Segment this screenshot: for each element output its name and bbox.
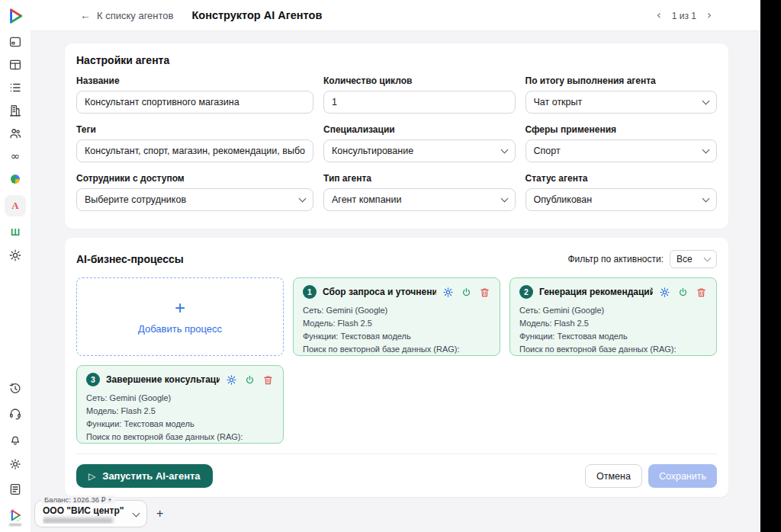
- process-grid: + Добавить процесс 1 Сбор запроса и уточ…: [76, 277, 717, 444]
- logo-badge-icon[interactable]: [8, 508, 23, 526]
- field-agent-status: Статус агента Опубликован: [525, 173, 717, 211]
- field-on-finish: По итогу выполнения агента Чат открыт: [525, 75, 717, 114]
- agent-type-select[interactable]: Агент компании: [323, 188, 515, 211]
- name-input[interactable]: Консультант спортивного магазина: [76, 91, 313, 114]
- tags-input[interactable]: Консультант, спорт, магазин, рекомендаци…: [76, 139, 313, 162]
- save-button[interactable]: Сохранить: [648, 464, 717, 488]
- gear-icon[interactable]: [659, 287, 670, 298]
- field-tags: Теги Консультант, спорт, магазин, рекоме…: [76, 124, 313, 162]
- chevron-down-icon: [702, 146, 710, 153]
- company-select[interactable]: Баланс: 1026.36 ₽ + ООО "ВИС центр": [34, 500, 147, 527]
- field-agent-type: Тип агента Агент компании: [323, 173, 515, 211]
- gear-icon[interactable]: [226, 374, 237, 386]
- agent-settings-panel: Настройки агента Название Консультант сп…: [65, 43, 728, 229]
- ai-agents-icon[interactable]: A: [5, 195, 26, 216]
- company-name: ООО "ВИС центр": [43, 505, 127, 516]
- school-icon[interactable]: Ш: [8, 226, 22, 239]
- content-area: Настройки агента Название Консультант сп…: [31, 31, 760, 532]
- chevron-down-icon: [702, 194, 710, 202]
- power-icon[interactable]: [461, 287, 472, 298]
- back-arrow-icon: ←: [80, 9, 91, 21]
- chevron-down-icon: [299, 194, 307, 202]
- back-label: К списку агентов: [97, 10, 173, 21]
- chevron-down-icon: [500, 194, 508, 202]
- balance-widget: Баланс: 1026.36 ₽ + ООО "ВИС центр" +: [34, 500, 163, 527]
- chevron-down-icon: [704, 255, 712, 262]
- power-icon[interactable]: [244, 374, 256, 386]
- on-finish-select[interactable]: Чат открыт: [525, 91, 717, 114]
- prev-page-icon[interactable]: ‹: [657, 10, 661, 21]
- app-logo-icon[interactable]: [5, 6, 25, 26]
- right-black-strip: [760, 0, 781, 532]
- plus-icon: +: [175, 299, 185, 317]
- page-indicator: 1 из 1: [672, 11, 696, 21]
- settings-form: Название Консультант спортивного магазин…: [76, 75, 717, 211]
- spheres-select[interactable]: Спорт: [525, 139, 717, 162]
- filter-label: Фильтр по активности:: [567, 254, 664, 264]
- agent-status-select[interactable]: Опубликован: [525, 188, 717, 211]
- news-document-icon[interactable]: [8, 482, 22, 496]
- process-card-3[interactable]: 3 Завершение консультации Сеть: Gemini (…: [76, 365, 284, 444]
- add-company-button[interactable]: +: [156, 508, 163, 520]
- process-card-1[interactable]: 1 Сбор запроса и уточнение Сеть: Gemini …: [293, 277, 500, 356]
- processes-title: AI-бизнес-процессы: [76, 253, 184, 265]
- team-users-icon[interactable]: [8, 127, 22, 140]
- trash-icon[interactable]: [696, 287, 707, 298]
- history-clock-icon[interactable]: [8, 382, 22, 396]
- task-list-icon[interactable]: [8, 81, 22, 95]
- balance-label: Баланс: 1026.36 ₽ +: [41, 495, 115, 504]
- analytics-pie-icon[interactable]: [8, 172, 22, 186]
- run-agent-button[interactable]: ▷ Запустить AI-агента: [76, 464, 213, 488]
- power-icon[interactable]: [677, 287, 689, 298]
- field-employees: Сотрудники с доступом Выберите сотрудник…: [76, 173, 313, 211]
- step-number-badge: 1: [303, 285, 317, 299]
- chevron-down-icon: [702, 97, 710, 104]
- kanban-board-icon[interactable]: [8, 58, 22, 72]
- ai-processes-panel: AI-бизнес-процессы Фильтр по активности:…: [65, 238, 728, 497]
- footer-divider: [76, 453, 717, 454]
- step-number-badge: 3: [86, 373, 100, 386]
- add-process-button[interactable]: + Добавить процесс: [76, 277, 284, 356]
- play-icon: ▷: [88, 472, 95, 481]
- sidebar: ∞ A Ш: [0, 0, 31, 532]
- cycles-input[interactable]: 1: [323, 91, 515, 114]
- page-title: Конструктор AI Агентов: [191, 9, 322, 21]
- theme-brightness-icon[interactable]: [8, 457, 22, 471]
- field-specializations: Специализации Консультирование: [323, 124, 515, 162]
- next-page-icon[interactable]: ›: [707, 10, 712, 21]
- step-number-badge: 2: [519, 285, 533, 299]
- field-spheres: Сферы применения Спорт: [525, 124, 717, 162]
- activity-filter: Фильтр по активности: Все: [567, 250, 717, 268]
- process-card-2[interactable]: 2 Генерация рекомендаций Сеть: Gemini (G…: [509, 277, 717, 356]
- company-building-icon[interactable]: [8, 104, 22, 117]
- field-name: Название Консультант спортивного магазин…: [76, 75, 313, 114]
- gear-icon[interactable]: [442, 287, 454, 298]
- top-header: ← К списку агентов Конструктор AI Агенто…: [31, 0, 760, 31]
- settings-title: Настройки агента: [76, 54, 717, 66]
- settings-gear-icon[interactable]: [8, 248, 22, 262]
- employees-select[interactable]: Выберите сотрудников: [76, 188, 313, 211]
- integrations-infinity-icon[interactable]: ∞: [8, 149, 22, 163]
- chevron-down-icon: [500, 146, 508, 153]
- field-cycles: Количество циклов 1: [323, 75, 515, 114]
- specializations-select[interactable]: Консультирование: [323, 139, 515, 162]
- cancel-button[interactable]: Отмена: [585, 464, 642, 488]
- pagination: ‹ 1 из 1 ›: [657, 0, 712, 31]
- notifications-bell-icon[interactable]: [8, 432, 22, 446]
- trash-icon[interactable]: [262, 374, 274, 386]
- trash-icon[interactable]: [479, 287, 490, 298]
- chat-square-icon[interactable]: [8, 35, 22, 49]
- chevron-down-icon: [133, 510, 140, 518]
- back-to-agents-link[interactable]: ← К списку агентов: [80, 9, 173, 21]
- activity-filter-select[interactable]: Все: [670, 250, 717, 268]
- blurred-subtext: [43, 518, 113, 524]
- support-headset-icon[interactable]: [8, 407, 22, 421]
